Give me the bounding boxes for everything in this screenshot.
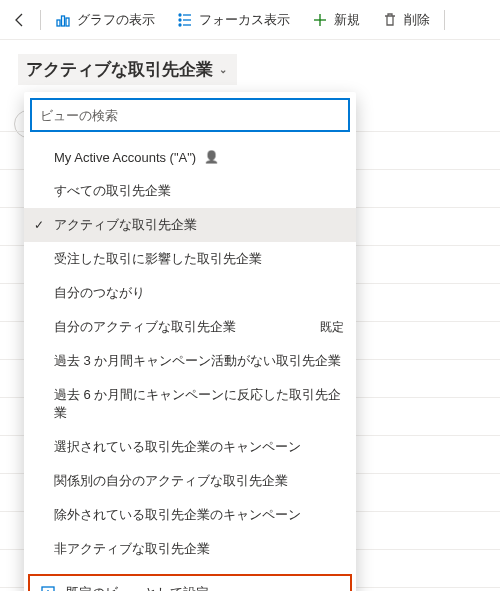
command-bar: グラフの表示 フォーカス表示 新規 削除 [0,0,500,40]
focus-view-button[interactable]: フォーカス表示 [167,5,300,35]
view-item[interactable]: 非アクティブな取引先企業 [24,532,356,566]
view-search-input[interactable] [40,108,340,123]
view-item[interactable]: ✓アクティブな取引先企業 [24,208,356,242]
delete-button[interactable]: 削除 [372,5,440,35]
view-item-label: 非アクティブな取引先企業 [54,540,210,558]
view-item-label: 関係別の自分のアクティブな取引先企業 [54,472,288,490]
focus-view-label: フォーカス表示 [199,11,290,29]
view-item-label: 自分のアクティブな取引先企業 [54,318,236,336]
view-item[interactable]: 関係別の自分のアクティブな取引先企業 [24,464,356,498]
new-label: 新規 [334,11,360,29]
toolbar-divider [40,10,41,30]
view-item-label: 受注した取引に影響した取引先企業 [54,250,262,268]
view-selector[interactable]: アクティブな取引先企業 ⌄ [18,54,237,85]
view-item[interactable]: 過去 6 か月間にキャンペーンに反応した取引先企業 [24,378,356,430]
delete-label: 削除 [404,11,430,29]
toolbar-divider [444,10,445,30]
view-item-label: 自分のつながり [54,284,145,302]
pin-default-icon [40,585,56,591]
set-default-label: 既定のビューとして設定 [66,584,209,591]
view-item[interactable]: すべての取引先企業 [24,174,356,208]
svg-point-7 [179,24,181,26]
back-arrow-icon [12,12,28,28]
default-badge: 既定 [320,319,344,336]
check-icon: ✓ [34,218,44,232]
view-item[interactable]: 選択されている取引先企業のキャンペーン [24,430,356,464]
svg-rect-2 [66,18,69,26]
view-item[interactable]: My Active Accounts ("A")👤 [24,140,356,174]
view-list: My Active Accounts ("A")👤すべての取引先企業✓アクティブ… [24,136,356,570]
view-item-label: My Active Accounts ("A") [54,150,196,165]
plus-icon [312,12,328,28]
set-default-view-button[interactable]: 既定のビューとして設定 [28,574,352,591]
back-button[interactable] [4,6,36,34]
view-title-text: アクティブな取引先企業 [26,58,213,81]
view-item[interactable]: 受注した取引に影響した取引先企業 [24,242,356,276]
svg-rect-0 [57,20,60,26]
new-button[interactable]: 新規 [302,5,370,35]
view-item-label: すべての取引先企業 [54,182,171,200]
svg-point-5 [179,19,181,21]
chevron-down-icon: ⌄ [219,64,227,75]
view-item-label: 選択されている取引先企業のキャンペーン [54,438,301,456]
chart-icon [55,12,71,28]
view-item-label: アクティブな取引先企業 [54,216,197,234]
svg-rect-1 [62,16,65,26]
show-chart-label: グラフの表示 [77,11,155,29]
view-header: アクティブな取引先企業 ⌄ [0,40,500,91]
view-item-label: 除外されている取引先企業のキャンペーン [54,506,301,524]
person-icon: 👤 [204,150,219,164]
view-item[interactable]: 除外されている取引先企業のキャンペーン [24,498,356,532]
view-item[interactable]: 自分のつながり [24,276,356,310]
view-item[interactable]: 過去 3 か月間キャンペーン活動がない取引先企業 [24,344,356,378]
svg-point-3 [179,14,181,16]
trash-icon [382,12,398,28]
view-item-label: 過去 3 か月間キャンペーン活動がない取引先企業 [54,352,341,370]
focus-icon [177,12,193,28]
show-chart-button[interactable]: グラフの表示 [45,5,165,35]
view-item[interactable]: 自分のアクティブな取引先企業既定 [24,310,356,344]
view-item-label: 過去 6 か月間にキャンペーンに反応した取引先企業 [54,386,344,422]
view-search-box[interactable] [30,98,350,132]
view-dropdown: My Active Accounts ("A")👤すべての取引先企業✓アクティブ… [24,92,356,591]
